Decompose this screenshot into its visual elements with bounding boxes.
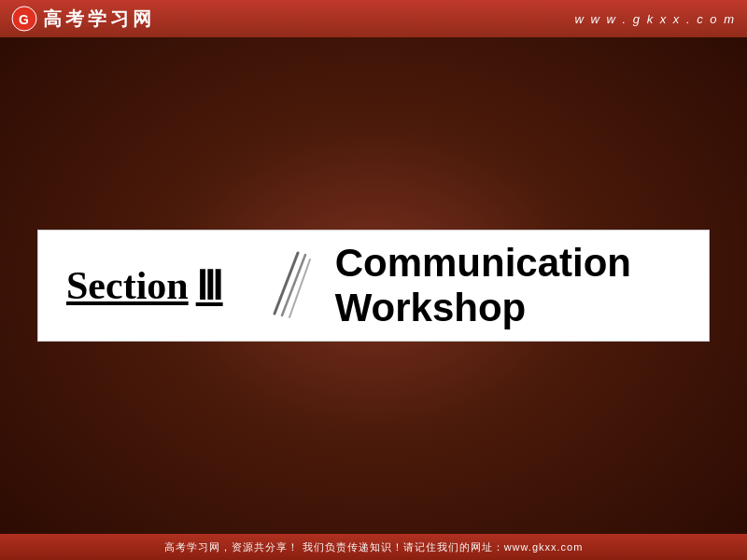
roman-numeral: Ⅲ <box>196 263 223 309</box>
svg-text:G: G <box>19 12 29 27</box>
top-header-bar: G 高考学习网 w w w . g k x x . c o m <box>0 0 747 37</box>
logo-text: 高考学习网 <box>43 7 155 32</box>
slash-decoration-icon <box>247 248 312 323</box>
workshop-label: Communication Workshop <box>335 241 681 330</box>
decorative-lines <box>247 248 312 323</box>
bottom-footer-bar: 高考学习网，资源共分享！ 我们负责传递知识！请记住我们的网址：www.gkxx.… <box>0 534 747 560</box>
logo-area: G 高考学习网 <box>11 6 155 32</box>
footer-text: 高考学习网，资源共分享！ 我们负责传递知识！请记住我们的网址：www.gkxx.… <box>164 540 584 554</box>
section-banner: Section Ⅲ Communication Workshop <box>37 230 710 342</box>
header-website-url: w w w . g k x x . c o m <box>575 12 736 26</box>
logo-icon: G <box>11 6 37 32</box>
section-label: Section <box>66 263 189 308</box>
main-content: Section Ⅲ Communication Workshop <box>0 37 747 534</box>
